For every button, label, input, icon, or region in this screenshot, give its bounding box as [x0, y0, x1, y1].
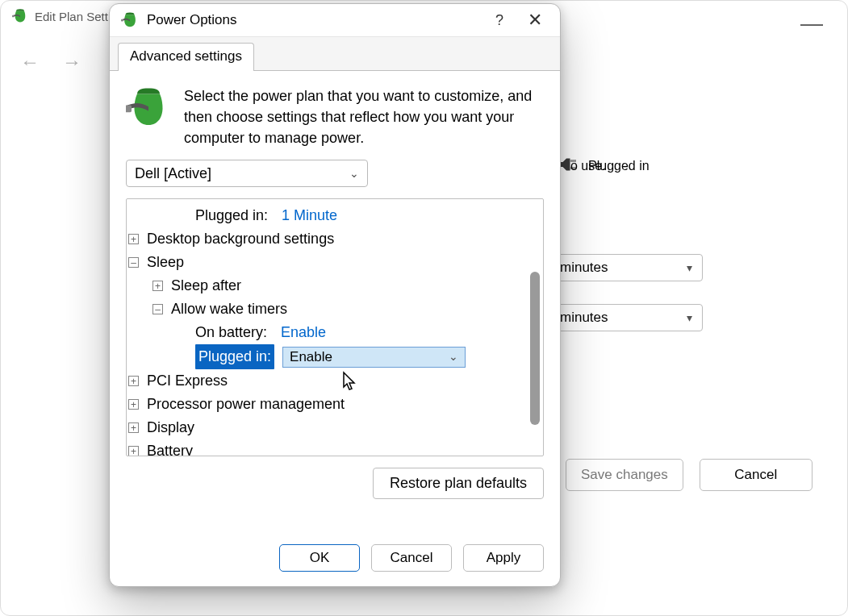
restore-defaults-button[interactable]: Restore plan defaults [373, 468, 544, 499]
chevron-down-icon: ▾ [687, 261, 692, 274]
expand-icon[interactable]: + [128, 376, 139, 386]
chevron-down-icon: ⌄ [449, 345, 458, 368]
expand-icon[interactable]: + [128, 422, 139, 433]
collapse-icon[interactable]: – [152, 304, 163, 314]
power-plan-select[interactable]: Dell [Active] ⌄ [126, 160, 368, 187]
tree-label-selected: Plugged in: [195, 344, 274, 369]
tree-label: Plugged in: [195, 204, 268, 227]
settings-tree[interactable]: + Plugged in: 1 Minute + Desktop backgro… [126, 198, 544, 456]
dialog-cancel-button[interactable]: Cancel [371, 544, 452, 572]
tree-node-battery[interactable]: Battery [147, 439, 193, 456]
dialog-title: Power Options [147, 12, 237, 28]
tree-node-allow-wake[interactable]: Allow wake timers [171, 298, 287, 321]
tree-label: On battery: [195, 321, 267, 344]
help-button[interactable]: ? [486, 9, 513, 31]
back-button[interactable]: ← [20, 51, 40, 73]
svg-rect-4 [126, 106, 132, 113]
collapse-icon[interactable]: – [128, 257, 139, 268]
apply-button[interactable]: Apply [463, 544, 544, 572]
chevron-down-icon: ⌄ [349, 167, 359, 180]
tree-scrollbar[interactable] [530, 204, 540, 451]
display-sleep-select[interactable]: minutes ▾ [549, 254, 703, 281]
battery-icon [126, 85, 171, 131]
bg-hint: o use. [570, 159, 606, 173]
tree-node-desktop-bg[interactable]: Desktop background settings [147, 227, 334, 251]
dialog-icon [121, 11, 139, 29]
tree-node-processor[interactable]: Processor power management [147, 393, 345, 416]
computer-sleep-select[interactable]: minutes ▾ [549, 304, 703, 331]
tree-node-pci[interactable]: PCI Express [147, 369, 228, 393]
close-button[interactable]: ✕ [521, 9, 549, 31]
tree-value[interactable]: Enable [281, 321, 326, 344]
svg-rect-3 [121, 19, 123, 22]
expand-icon[interactable]: + [128, 234, 139, 244]
wake-plugged-select[interactable]: Enable ⌄ [282, 347, 466, 368]
ok-button[interactable]: OK [279, 544, 360, 572]
app-icon [12, 8, 28, 24]
tab-strip: Advanced settings [110, 36, 560, 71]
cancel-button[interactable]: Cancel [700, 459, 812, 491]
save-changes-button[interactable]: Save changes [566, 459, 683, 491]
expand-icon[interactable]: + [128, 399, 139, 410]
power-options-dialog: Power Options ? ✕ Advanced settings Sele… [109, 3, 561, 587]
chevron-down-icon: ▾ [687, 311, 692, 324]
svg-rect-0 [12, 15, 15, 18]
tree-node-sleep[interactable]: Sleep [147, 251, 184, 274]
forward-button[interactable]: → [62, 51, 81, 73]
minimize-button[interactable]: — [800, 10, 823, 36]
dialog-description: Select the power plan that you want to c… [184, 85, 544, 148]
tree-node-display[interactable]: Display [147, 416, 194, 439]
tree-value[interactable]: 1 Minute [282, 204, 337, 227]
tree-node-sleep-after[interactable]: Sleep after [171, 274, 241, 298]
tab-advanced-settings[interactable]: Advanced settings [118, 43, 254, 71]
expand-icon[interactable]: + [128, 446, 139, 456]
expand-icon[interactable]: + [152, 281, 163, 291]
